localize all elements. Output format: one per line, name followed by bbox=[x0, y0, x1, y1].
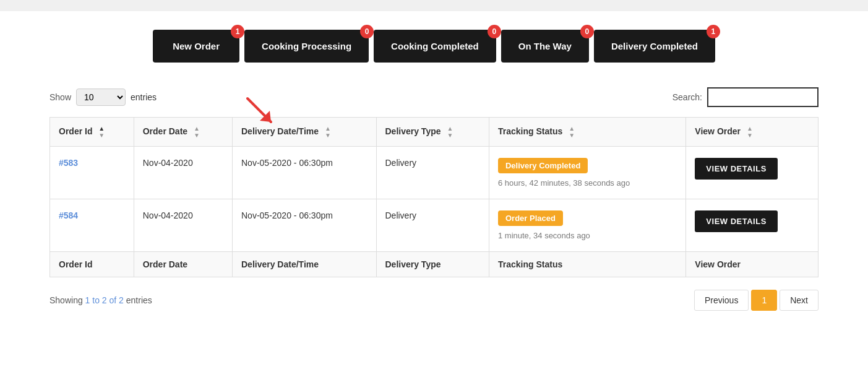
cell-delivery-type-1: Delivery bbox=[376, 199, 489, 252]
sort-icon-order-date: ▲ ▼ bbox=[194, 125, 200, 139]
table-row-0: #583Nov-04-2020Nov-05-2020 - 06:30pmDeli… bbox=[50, 147, 819, 199]
badge-new-order: 1 bbox=[231, 25, 244, 38]
footer-col-order-date: Order Date bbox=[134, 252, 232, 277]
cell-order-date-1: Nov-04-2020 bbox=[134, 199, 232, 252]
col-order-date: Order Date ▲ ▼ bbox=[134, 118, 232, 147]
table-row-1: #584Nov-04-2020Nov-05-2020 - 06:30pmDeli… bbox=[50, 199, 819, 252]
cell-order-id-1: #584 bbox=[50, 199, 134, 252]
showing-highlight: 1 to 2 of 2 bbox=[85, 295, 124, 305]
cell-order-date-0: Nov-04-2020 bbox=[134, 147, 232, 199]
controls-row: Show 102550100 entries Search: bbox=[0, 81, 868, 117]
show-label: Show bbox=[49, 92, 71, 102]
cell-view-order-0: VIEW DETAILS bbox=[686, 147, 819, 199]
orders-table: Order Id ▲ ▼ Order Date ▲ ▼ Delivery Dat… bbox=[49, 117, 819, 277]
view-details-btn-0[interactable]: VIEW DETAILS bbox=[695, 158, 777, 180]
showing-text: Showing 1 to 2 of 2 entries bbox=[49, 295, 152, 305]
status-btn-delivery-completed[interactable]: Delivery Completed1 bbox=[594, 30, 715, 63]
pagination-row: Showing 1 to 2 of 2 entries Previous 1 N… bbox=[0, 277, 868, 323]
sort-icon-delivery-datetime: ▲ ▼ bbox=[325, 125, 331, 139]
badge-cooking-completed: 0 bbox=[488, 25, 501, 38]
footer-col-delivery-type: Delivery Type bbox=[376, 252, 489, 277]
cell-tracking-status-0: Delivery Completed6 hours, 42 minutes, 3… bbox=[489, 147, 685, 199]
previous-button[interactable]: Previous bbox=[694, 290, 749, 311]
table-header: Order Id ▲ ▼ Order Date ▲ ▼ Delivery Dat… bbox=[50, 118, 819, 147]
status-btn-cooking-processing[interactable]: Cooking Processing0 bbox=[244, 30, 369, 63]
cell-order-id-0: #583 bbox=[50, 147, 134, 199]
cell-delivery-datetime-1: Nov-05-2020 - 06:30pm bbox=[233, 199, 377, 252]
status-btn-on-the-way[interactable]: On The Way0 bbox=[501, 30, 589, 63]
page-1-button[interactable]: 1 bbox=[751, 290, 777, 311]
entries-label: entries bbox=[131, 92, 157, 102]
status-btn-new-order[interactable]: New Order1 bbox=[153, 30, 239, 63]
table-body: #583Nov-04-2020Nov-05-2020 - 06:30pmDeli… bbox=[50, 147, 819, 252]
search-row: Search: bbox=[672, 87, 819, 107]
badge-on-the-way: 0 bbox=[580, 25, 594, 38]
status-badge-1: Order Placed bbox=[498, 210, 563, 226]
footer-col-order-id: Order Id bbox=[50, 252, 134, 277]
status-btn-cooking-completed[interactable]: Cooking Completed0 bbox=[374, 30, 496, 63]
next-button[interactable]: Next bbox=[780, 290, 819, 311]
search-input[interactable] bbox=[707, 87, 819, 107]
footer-col-tracking-status: Tracking Status bbox=[489, 252, 685, 277]
table-wrapper: Order Id ▲ ▼ Order Date ▲ ▼ Delivery Dat… bbox=[0, 117, 868, 277]
footer-col-view-order: View Order bbox=[686, 252, 819, 277]
status-badge-0: Delivery Completed bbox=[498, 158, 588, 173]
status-buttons-container: New Order1Cooking Processing0Cooking Com… bbox=[0, 11, 868, 81]
status-time-1: 1 minute, 34 seconds ago bbox=[498, 231, 677, 240]
col-view-order: View Order ▲ ▼ bbox=[686, 118, 819, 147]
badge-cooking-processing: 0 bbox=[360, 25, 374, 38]
cell-delivery-type-0: Delivery bbox=[376, 147, 489, 199]
sort-icon-tracking-status: ▲ ▼ bbox=[569, 125, 575, 139]
top-bar bbox=[0, 0, 868, 11]
col-delivery-type: Delivery Type ▲ ▼ bbox=[376, 118, 489, 147]
view-details-btn-1[interactable]: VIEW DETAILS bbox=[695, 210, 777, 232]
arrow-indicator bbox=[241, 92, 278, 131]
cell-view-order-1: VIEW DETAILS bbox=[686, 199, 819, 252]
table-footer: Order Id Order Date Delivery Date/Time D… bbox=[50, 252, 819, 277]
search-label: Search: bbox=[672, 92, 702, 102]
badge-delivery-completed: 1 bbox=[707, 25, 720, 38]
header-row: Order Id ▲ ▼ Order Date ▲ ▼ Delivery Dat… bbox=[50, 118, 819, 147]
status-time-0: 6 hours, 42 minutes, 38 seconds ago bbox=[498, 178, 677, 188]
pagination-controls: Previous 1 Next bbox=[694, 290, 819, 311]
footer-row: Order Id Order Date Delivery Date/Time D… bbox=[50, 252, 819, 277]
entries-select[interactable]: 102550100 bbox=[76, 89, 126, 106]
cell-delivery-datetime-0: Nov-05-2020 - 06:30pm bbox=[233, 147, 377, 199]
show-entries: Show 102550100 entries bbox=[49, 89, 157, 106]
footer-col-delivery-datetime: Delivery Date/Time bbox=[233, 252, 377, 277]
col-tracking-status: Tracking Status ▲ ▼ bbox=[489, 118, 685, 147]
sort-icon-view-order: ▲ ▼ bbox=[747, 125, 753, 139]
col-order-id: Order Id ▲ ▼ bbox=[50, 118, 134, 147]
cell-tracking-status-1: Order Placed1 minute, 34 seconds ago bbox=[489, 199, 685, 252]
sort-icon-delivery-type: ▲ ▼ bbox=[447, 125, 453, 139]
sort-icon-order-id: ▲ ▼ bbox=[98, 125, 105, 139]
